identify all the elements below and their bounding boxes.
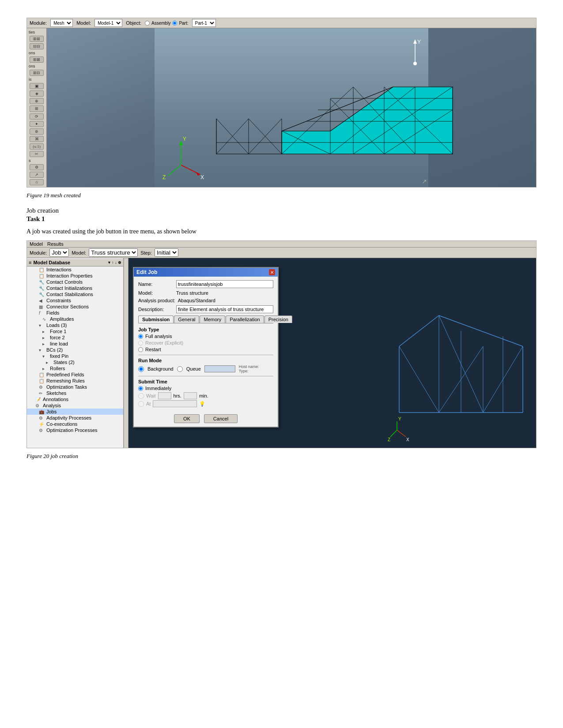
tree-item-lineload[interactable]: ▸ line load [27,341,123,347]
dialog-close-button[interactable]: ✕ [269,269,275,275]
iconbar-label-ties: ties [28,30,45,34]
at-bulb-icon: 💡 [199,401,205,407]
toolbar2-step-select[interactable]: Initial [155,248,178,257]
radio-full-input[interactable] [138,334,143,339]
icon-mesh-4[interactable]: ⊞⊟ [30,70,44,76]
tree-item-optimization-tasks[interactable]: ⚙ Optimization Tasks [27,384,123,390]
tree-item-predefined[interactable]: 📋 Predefined Fields [27,372,123,378]
tree-icon-fields: f [39,311,45,315]
tree-item-amplitudes[interactable]: ∿ Amplitudes [27,316,123,322]
menu-model[interactable]: Model [30,241,43,247]
dialog-divider-2 [138,376,273,376]
model-select[interactable]: Model-1 [94,19,122,27]
icon-mesh-11[interactable]: ⊛ [30,128,44,135]
tree-icon-states: ▸ [46,360,52,365]
tree-item-co-exec[interactable]: ⚡ Co-executions [27,421,123,427]
icon-mesh-7[interactable]: ⊕ [30,98,44,104]
tree-item-opt-processes[interactable]: ⚙ Optimization Processes [27,427,123,433]
tree-icon-contact-stab: 🔧 [39,292,45,297]
tree-item-states[interactable]: ▸ States (2) [27,359,123,365]
icon-mesh-15[interactable]: ⚙ [30,164,44,170]
icon-mesh-2[interactable]: ⊟⊟ [30,43,44,49]
radio-wait-label: Wait [146,393,156,398]
part-select[interactable]: Part-1 [192,19,216,27]
toolbar2-module-select[interactable]: Job [49,248,69,257]
icon-mesh-14[interactable]: ✂ [30,151,44,157]
tab-precision[interactable]: Precision [264,315,292,323]
icon-mesh-1[interactable]: ⊞⊞ [30,36,44,42]
icon-mesh-17[interactable]: ☆ [30,179,44,185]
dialog-description-input[interactable] [176,305,273,313]
dialog-analysis-value: Abaqus/Standard [178,298,215,303]
menu-results[interactable]: Results [47,241,64,247]
tree-icon-analysis: ⚙ [35,403,42,408]
tree-item-interaction-props[interactable]: 📋 Interaction Properties [27,273,123,279]
dialog-title: Edit Job [136,269,157,275]
tree-item-analysis[interactable]: ⚙ Analysis [27,402,123,409]
assembly-radio[interactable] [145,21,150,26]
radio-immediately-input[interactable] [138,386,143,391]
icon-mesh-12[interactable]: ⌘ [30,136,44,142]
radio-restart-input[interactable] [138,347,143,352]
tree-item-interactions[interactable]: 📋 Interactions [27,266,123,273]
tree-item-constraints[interactable]: ◀ Constraints [27,297,123,304]
tree-item-contact-controls[interactable]: 🔧 Contact Controls [27,279,123,285]
tree-item-annotations[interactable]: 📝 Annotations [27,396,123,402]
tree-item-force1[interactable]: ▸ Force 1 [27,328,123,334]
tree-item-contact-init[interactable]: 🔧 Contact Initializations [27,285,123,291]
radio-queue-input[interactable] [177,366,183,372]
tree-item-adaptivity[interactable]: ⚙ Adaptivity Processes [27,415,123,421]
icon-mesh-3[interactable]: ⊞⊠ [30,56,44,63]
tree-item-jobs[interactable]: 💼 Jobs [27,409,123,415]
tree-label-predefined: Predefined Fields [46,372,84,377]
tree-icon-interaction-props: 📋 [39,274,45,278]
tree-item-rollers[interactable]: ▸ Rollers [27,365,123,372]
tab-general[interactable]: General [174,315,199,323]
tree-item-force2[interactable]: ▸ force 2 [27,334,123,341]
figure20-toolbar: Module: Job Model: Truss structure Step:… [27,248,536,258]
tree-item-remeshing[interactable]: 📋 Remeshing Rules [27,378,123,384]
tab-submission[interactable]: Submission [138,315,174,323]
icon-mesh-13[interactable]: (x:1) [30,143,44,150]
part-label: Part: [179,21,188,26]
tree-icon-lineload: ▸ [42,341,49,346]
radio-restart-label: Restart [145,347,161,352]
tree-icon-bcs: ▾ [39,348,45,353]
ok-button[interactable]: OK [174,414,200,423]
icon-mesh-8[interactable]: ⊞ [30,105,44,112]
part-radio[interactable] [172,21,177,26]
model-label: Model: [76,20,91,26]
radio-background-input[interactable] [138,366,144,372]
icon-mesh-9[interactable]: ⟳ [30,113,44,120]
tree-icon-sketches: ✏ [39,391,45,396]
tree-item-contact-stab[interactable]: 🔧 Contact Stabilizations [27,291,123,297]
queue-text-input[interactable] [204,365,235,372]
figure19-viewport: Y Y Z X ↗ [47,28,536,187]
cancel-button[interactable]: Cancel [204,414,238,423]
tree-label-contact-init: Contact Initializations [46,285,92,291]
tree-item-bcs[interactable]: ▾ BCs (2) [27,347,123,353]
tree-header-controls: ▾ ↑ ↓ ⊕ [108,260,121,265]
section-body: A job was created using the job button i… [26,228,537,235]
module-select[interactable]: Mesh [50,19,73,27]
icon-mesh-10[interactable]: ✦ [30,121,44,127]
tree-scrollbar[interactable] [124,258,128,448]
toolbar2-model-select[interactable]: Truss structure [89,248,138,257]
dialog-model-field: Model: Truss structure [138,290,273,296]
dialog-name-input[interactable] [176,280,273,288]
tree-item-sketches[interactable]: ✏ Sketches [27,390,123,396]
radio-full-label: Full analysis [145,334,172,339]
icon-mesh-16[interactable]: ↗ [30,172,44,178]
icon-mesh-6[interactable]: ◈ [30,90,44,97]
dialog-description-field: Description: [138,305,273,313]
tree-item-loads[interactable]: ▾ Loads (3) [27,322,123,328]
tree-item-fixed-pin[interactable]: ▾ fixed Pin [27,353,123,359]
assembly-label: Assembly [151,21,170,26]
tree-item-fields[interactable]: f Fields [27,310,123,316]
tab-parallelization[interactable]: Parallelization [226,315,264,323]
tree-icon-adaptivity: ⚙ [39,416,45,420]
tab-memory[interactable]: Memory [200,315,225,323]
tree-item-connector-sections[interactable]: ▦ Connector Sections [27,304,123,310]
radio-wait-input [138,393,144,399]
icon-mesh-5[interactable]: ▣ [30,83,44,89]
